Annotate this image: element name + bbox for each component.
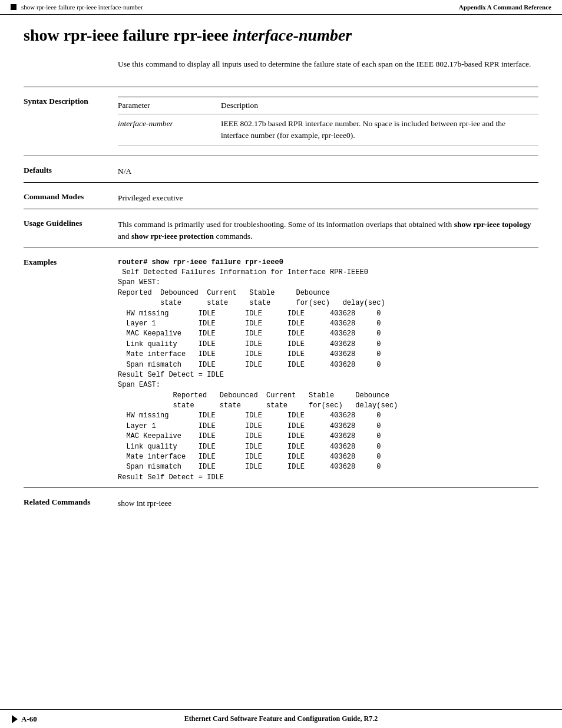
examples-code: router# show rpr-ieee failure rpr-ieee0 … — [118, 258, 538, 483]
syntax-col1-header: Parameter — [118, 97, 221, 114]
usage-end: commands. — [214, 232, 252, 241]
usage-bold-2: show rpr-ieee protection — [131, 232, 214, 241]
related-commands-value: show int rpr-ieee — [118, 498, 538, 509]
usage-guidelines-content: This command is primarily used for troub… — [118, 219, 538, 243]
syntax-description-content: Parameter Description interface-number I… — [118, 97, 538, 151]
breadcrumb: show rpr-ieee failure rpr-ieee interface… — [21, 4, 143, 11]
syntax-description-section: Syntax Description Parameter Description… — [24, 87, 538, 151]
page-title-italic: interface-number — [233, 26, 352, 44]
usage-mid: and — [118, 232, 131, 241]
footer-left: A-60 — [12, 714, 37, 724]
intro-text: Use this command to display all inputs u… — [118, 58, 538, 70]
syntax-table: Parameter Description interface-number I… — [118, 97, 538, 146]
triangle-icon — [12, 715, 18, 723]
syntax-description-label: Syntax Description — [24, 97, 118, 151]
header-right: Appendix A Command Reference — [459, 4, 551, 11]
examples-section: Examples router# show rpr-ieee failure r… — [24, 248, 538, 483]
defaults-value: N/A — [118, 166, 538, 177]
command-modes-value: Privileged executive — [118, 192, 538, 204]
page-title-normal: show rpr-ieee failure rpr-ieee — [24, 26, 233, 44]
header-left: show rpr-ieee failure rpr-ieee interface… — [11, 4, 143, 11]
syntax-col2-header: Description — [221, 97, 538, 114]
top-header: show rpr-ieee failure rpr-ieee interface… — [0, 0, 562, 15]
square-icon — [11, 4, 16, 10]
syntax-param-0: interface-number — [118, 114, 221, 146]
syntax-desc-0: IEEE 802.17b based RPR interface number.… — [221, 114, 538, 146]
usage-guidelines-section: Usage Guidelines This command is primari… — [24, 209, 538, 243]
examples-label: Examples — [24, 258, 118, 483]
command-modes-label: Command Modes — [24, 192, 118, 204]
examples-cmd-bold: router# show rpr-ieee failure rpr-ieee0 — [118, 258, 283, 266]
syntax-row-0: interface-number IEEE 802.17b based RPR … — [118, 114, 538, 146]
page-number: A-60 — [21, 714, 37, 724]
usage-guidelines-label: Usage Guidelines — [24, 219, 118, 243]
page-title: show rpr-ieee failure rpr-ieee interface… — [24, 25, 538, 45]
footer-center-text: Ethernet Card Software Feature and Confi… — [184, 714, 378, 723]
usage-bold-1: show rpr-ieee topology — [454, 220, 531, 229]
related-commands-section: Related Commands show int rpr-ieee — [24, 487, 538, 509]
main-content: show rpr-ieee failure rpr-ieee interface… — [0, 15, 562, 509]
usage-text-1: This command is primarily used for troub… — [118, 220, 454, 229]
related-commands-label: Related Commands — [24, 498, 118, 509]
examples-content: router# show rpr-ieee failure rpr-ieee0 … — [118, 258, 538, 483]
footer: A-60 Ethernet Card Software Feature and … — [0, 709, 562, 728]
page: show rpr-ieee failure rpr-ieee interface… — [0, 0, 562, 728]
command-modes-section: Command Modes Privileged executive — [24, 182, 538, 204]
defaults-label: Defaults — [24, 166, 118, 177]
defaults-section: Defaults N/A — [24, 156, 538, 177]
